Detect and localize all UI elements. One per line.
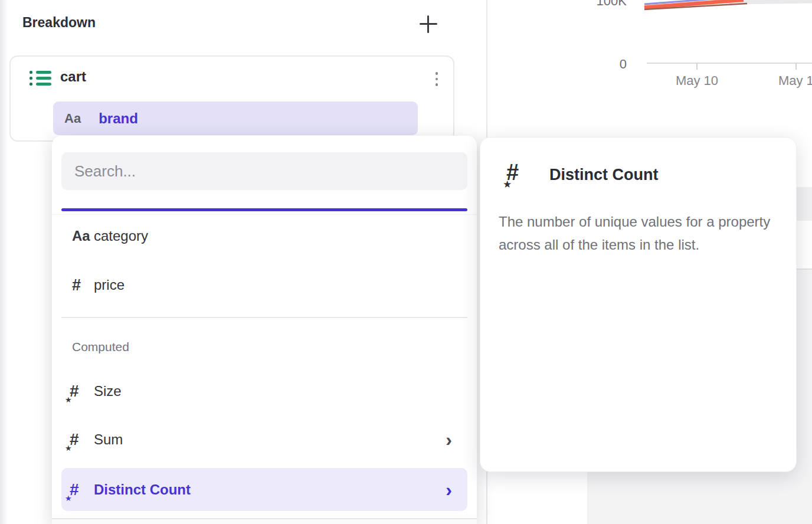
group-property-name[interactable]: cart bbox=[60, 68, 86, 85]
kebab-menu-icon[interactable] bbox=[431, 70, 443, 89]
x-axis-tick bbox=[795, 63, 797, 70]
dropdown-item-price[interactable]: # price bbox=[61, 268, 467, 302]
chevron-right-icon: › bbox=[446, 480, 467, 499]
tooltip-description: The number of unique values for a proper… bbox=[499, 210, 781, 256]
text-type-icon: Aa bbox=[64, 111, 81, 126]
dropdown-footer bbox=[52, 519, 477, 524]
breakdown-group-card: cart Aa brand bbox=[9, 55, 454, 142]
list-top-divider bbox=[52, 214, 477, 215]
line-chart bbox=[487, 0, 812, 24]
dropdown-item-category[interactable]: Aa category bbox=[61, 220, 467, 253]
chevron-right-icon: › bbox=[446, 430, 467, 449]
dropdown-item-distinct-count[interactable]: # ★ Distinct Count › bbox=[61, 468, 467, 511]
computed-section-label: Computed bbox=[72, 340, 129, 354]
tooltip-title: Distinct Count bbox=[549, 166, 658, 184]
dropdown-item-label: category bbox=[94, 228, 148, 244]
computed-number-icon: # ★ bbox=[61, 382, 94, 401]
x-axis-line bbox=[647, 63, 812, 64]
dropdown-section-divider bbox=[61, 317, 467, 318]
selected-property-name: brand bbox=[99, 110, 138, 127]
selected-breakdown-property[interactable]: Aa brand bbox=[53, 101, 418, 135]
analytics-app: 100K 0 May 10 May 17 Breakdown cart Aa b… bbox=[0, 0, 812, 524]
x-axis-label-may17: May 17 bbox=[761, 73, 812, 89]
dropdown-item-sum[interactable]: # ★ Sum › bbox=[61, 423, 467, 456]
x-axis-tick bbox=[696, 63, 698, 70]
dropdown-item-size[interactable]: # ★ Size bbox=[61, 375, 467, 408]
property-select-dropdown: Aa category # price Computed # ★ Size # … bbox=[52, 136, 477, 524]
breakdown-section-title: Breakdown bbox=[22, 15, 96, 31]
y-axis-label-100k: 100K bbox=[588, 0, 627, 9]
add-breakdown-icon[interactable] bbox=[418, 14, 439, 35]
dropdown-item-label: Sum bbox=[94, 431, 123, 448]
x-axis-label-may10: May 10 bbox=[659, 73, 735, 89]
dropdown-item-label: price bbox=[94, 277, 125, 293]
computed-number-icon: # ★ bbox=[506, 160, 533, 187]
dropdown-item-label: Size bbox=[94, 383, 122, 399]
text-type-icon: Aa bbox=[61, 228, 94, 244]
number-type-icon: # bbox=[61, 276, 94, 294]
property-description-tooltip: # ★ Distinct Count The number of unique … bbox=[480, 137, 797, 472]
search-input[interactable] bbox=[61, 152, 467, 190]
active-tab-underline bbox=[61, 208, 467, 211]
dropdown-item-label: Distinct Count bbox=[94, 482, 191, 498]
computed-number-icon: # ★ bbox=[61, 430, 94, 449]
computed-number-icon: # ★ bbox=[61, 480, 94, 499]
list-property-icon bbox=[30, 71, 51, 86]
y-axis-label-0: 0 bbox=[588, 57, 627, 72]
left-panel-edge-shadow bbox=[0, 0, 8, 524]
